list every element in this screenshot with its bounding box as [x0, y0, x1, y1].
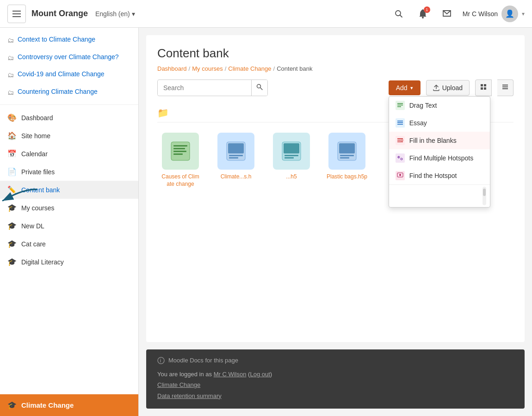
- dropdown-label-fill-blanks: Fill in the Blanks: [409, 137, 457, 144]
- svg-line-9: [260, 88, 262, 90]
- grid-view-button[interactable]: [475, 80, 492, 96]
- upload-label: Upload: [442, 84, 463, 92]
- sidebar-course-footer[interactable]: 🎓 Climate Change: [0, 394, 138, 416]
- svg-rect-27: [481, 87, 483, 90]
- svg-line-4: [400, 15, 402, 17]
- sidebar-item-countering-climate[interactable]: 🗂 Countering Climate Change: [0, 84, 138, 101]
- sidebar-item-cat-care[interactable]: 🎓 Cat care: [0, 235, 138, 253]
- folder-nav-icon[interactable]: 📁: [157, 107, 169, 118]
- list-view-button[interactable]: [497, 80, 513, 96]
- messages-button[interactable]: [439, 6, 455, 22]
- sidebar-item-my-courses[interactable]: 🎓 My courses: [0, 199, 138, 217]
- user-menu-caret: ▾: [522, 11, 525, 17]
- svg-rect-40: [229, 157, 238, 159]
- svg-rect-1: [12, 13, 21, 14]
- sidebar-item-digital-literacy[interactable]: 🎓 Digital Literacy: [0, 253, 138, 271]
- footer-info: You are logged in as Mr C Wilson (Log ou…: [157, 369, 513, 401]
- user-name: Mr C Wilson: [463, 10, 498, 18]
- sidebar-item-covid-climate[interactable]: 🗂 Covid-19 and Climate Change: [0, 66, 138, 84]
- sidebar-item-content-bank[interactable]: ✏️ Content bank: [0, 181, 138, 199]
- chevron-down-icon: ▾: [132, 10, 135, 18]
- file-item-causes[interactable]: Causes of Clim ate change: [157, 133, 204, 188]
- find-multiple-hotspots-icon: [396, 153, 405, 163]
- moodle-docs-link[interactable]: Moodle Docs for this page: [168, 357, 238, 364]
- svg-rect-39: [229, 155, 243, 156]
- svg-rect-13: [397, 121, 403, 122]
- breadcrumb-mycourses[interactable]: My courses: [192, 65, 223, 72]
- dashboard-icon: 🎨: [7, 113, 17, 122]
- breadcrumb: Dashboard / My courses / Climate Change …: [157, 65, 513, 72]
- sidebar-course-label: Controversy over Climate Change?: [18, 53, 119, 62]
- footer-logout-link[interactable]: Log out: [250, 371, 270, 378]
- sidebar-scroll: 🗂 Context to Climate Change 🗂 Controvers…: [0, 28, 138, 394]
- file-item-plastic-bags[interactable]: Plastic bags.h5p: [324, 133, 370, 188]
- sidebar-item-private-files[interactable]: 📄 Private files: [0, 163, 138, 181]
- sidebar-item-dashboard[interactable]: 🎨 Dashboard: [0, 109, 138, 127]
- dropdown-item-fill-blanks[interactable]: Fill in the Blanks: [389, 132, 490, 149]
- svg-rect-47: [340, 155, 354, 156]
- svg-rect-34: [173, 148, 185, 149]
- notification-badge: 1: [424, 6, 430, 13]
- find-hotspot-icon: [396, 171, 405, 180]
- svg-rect-19: [397, 141, 403, 142]
- home-icon: 🏠: [7, 131, 17, 140]
- sidebar-label-calendar: Calendar: [21, 150, 48, 158]
- notifications-button[interactable]: 1: [414, 6, 431, 22]
- courses-icon: 🎓: [7, 203, 17, 212]
- course-folder-list: 🗂 Context to Climate Change 🗂 Controvers…: [0, 28, 138, 105]
- drag-text-icon: [396, 101, 405, 110]
- add-label: Add: [396, 84, 408, 92]
- file-name-h5: ...h5: [286, 173, 297, 181]
- svg-rect-46: [339, 143, 355, 153]
- footer-data-retention-link[interactable]: Data retention summary: [157, 391, 513, 401]
- dropdown-item-essay[interactable]: Essay: [389, 114, 490, 132]
- search-input[interactable]: [158, 80, 251, 95]
- folder-icon: 🗂: [7, 36, 14, 45]
- file-item-h5[interactable]: ...h5: [268, 133, 315, 188]
- search-box: [157, 80, 268, 96]
- sidebar-label-my-courses: My courses: [21, 204, 55, 212]
- file-name-climate2: Climate...s.h: [221, 173, 252, 181]
- dropdown-label-essay: Essay: [409, 119, 427, 127]
- user-menu[interactable]: Mr C Wilson 👤 ▾: [463, 6, 525, 22]
- newdl-icon: 🎓: [7, 221, 17, 230]
- svg-rect-25: [481, 84, 483, 86]
- hamburger-menu[interactable]: [7, 5, 26, 23]
- svg-rect-17: [397, 140, 401, 141]
- sidebar: 🗂 Context to Climate Change 🗂 Controvers…: [0, 28, 139, 416]
- svg-rect-44: [285, 157, 294, 159]
- file-item-climate2[interactable]: Climate...s.h: [213, 133, 259, 188]
- sidebar-item-calendar[interactable]: 📅 Calendar: [0, 145, 138, 163]
- file-name-causes: Causes of Clim ate change: [157, 173, 204, 188]
- dropdown-item-find-multiple-hotspots[interactable]: Find Multiple Hotspots: [389, 149, 490, 167]
- logged-in-text: You are logged in as: [157, 371, 212, 378]
- svg-rect-36: [173, 153, 183, 155]
- svg-rect-26: [484, 84, 486, 86]
- breadcrumb-current: Content bank: [277, 65, 312, 72]
- footer-course-link[interactable]: Climate Change: [157, 379, 513, 390]
- search-button[interactable]: [251, 80, 267, 96]
- footer-user-link[interactable]: Mr C Wilson: [214, 371, 247, 378]
- sidebar-item-new-dl[interactable]: 🎓 New DL: [0, 217, 138, 235]
- add-button[interactable]: Add ▾: [389, 80, 421, 95]
- breadcrumb-dashboard[interactable]: Dashboard: [157, 65, 187, 72]
- sidebar-item-site-home[interactable]: 🏠 Site home: [0, 127, 138, 145]
- sidebar-label-cat-care: Cat care: [21, 240, 46, 248]
- upload-button[interactable]: Upload: [426, 80, 470, 96]
- svg-rect-10: [397, 103, 403, 104]
- sidebar-nav-list: 🎨 Dashboard 🏠 Site home 📅 Calendar 📄 Pri…: [0, 105, 138, 275]
- sidebar-footer-label: Climate Change: [21, 401, 74, 409]
- language-selector[interactable]: English (en) ▾: [95, 10, 137, 18]
- search-button[interactable]: [390, 6, 407, 22]
- sidebar-item-context-climate[interactable]: 🗂 Context to Climate Change: [0, 31, 138, 49]
- sidebar-label-new-dl: New DL: [21, 222, 44, 230]
- calendar-icon: 📅: [7, 149, 17, 158]
- breadcrumb-climate-change[interactable]: Climate Change: [228, 65, 271, 72]
- add-dropdown: Drag Text Essay: [389, 96, 490, 208]
- dropdown-item-drag-text[interactable]: Drag Text: [389, 97, 490, 114]
- sidebar-item-controversy-climate[interactable]: 🗂 Controversy over Climate Change?: [0, 49, 138, 67]
- svg-rect-29: [502, 85, 508, 86]
- svg-rect-48: [340, 157, 349, 159]
- dropdown-item-find-hotspot[interactable]: Find the Hotspot: [389, 167, 490, 184]
- file-icon: 📄: [7, 167, 17, 176]
